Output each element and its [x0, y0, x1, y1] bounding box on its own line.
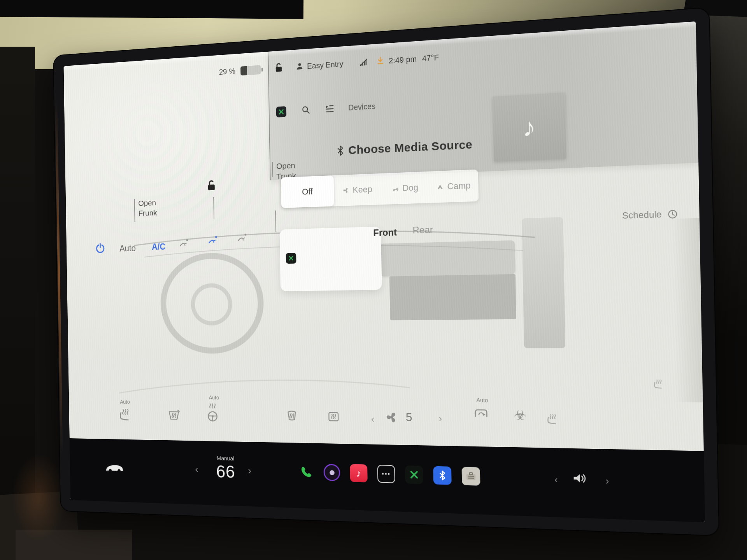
battery-percent: 29 %	[219, 67, 235, 77]
volume-up-button[interactable]: ›	[605, 476, 609, 486]
screen: Devices Choose Media Source ♪ 29 %	[64, 21, 705, 522]
keep-option-keep-label: Keep	[352, 184, 372, 195]
software-update-icon[interactable]	[375, 56, 385, 68]
phone-app-icon[interactable]	[297, 463, 314, 481]
vent-face-feet-icon[interactable]	[207, 235, 218, 247]
ac-button[interactable]: A/C	[152, 242, 166, 252]
battery-tip	[261, 68, 263, 72]
outside-temp: 47°F	[422, 53, 439, 63]
recirc-auto-label: Auto	[476, 397, 488, 404]
schedule-label: Schedule	[622, 209, 662, 221]
app-dock: ♪ •••	[297, 463, 480, 486]
fan-speed-value: 5	[406, 410, 412, 424]
more-apps-button[interactable]: •••	[377, 465, 395, 483]
bluetooth-app-icon[interactable]	[433, 466, 451, 485]
clock-icon	[667, 208, 679, 220]
bioweapon-defense-button[interactable]: ☣	[514, 407, 526, 423]
seat-heater-right-button[interactable]	[545, 412, 559, 428]
music-app-icon[interactable]: ♪	[350, 464, 368, 482]
driver-profile[interactable]: Easy Entry	[307, 60, 343, 71]
seat-heater-auto-label: Auto	[120, 399, 130, 405]
volume-speaker-icon[interactable]	[572, 471, 588, 487]
open-trunk-line1: Open	[276, 160, 296, 172]
lock-open-icon[interactable]	[273, 62, 284, 75]
cabin-temp-value: 66	[208, 461, 244, 482]
keep-option-dog[interactable]: Dog	[381, 172, 429, 205]
dog-icon	[392, 185, 399, 192]
launcher-bar: ‹ Manual 66 › ♪ •••	[70, 438, 705, 522]
temp-up-button[interactable]: ›	[248, 466, 251, 476]
dash-popup-card	[279, 226, 382, 291]
tesla-touchscreen: Devices Choose Media Source ♪ 29 %	[54, 8, 719, 536]
keep-option-off-label: Off	[302, 187, 313, 197]
music-note-icon: ♪	[356, 467, 361, 479]
wiper-defrost-button[interactable]	[167, 408, 181, 424]
battery-fill	[240, 66, 247, 75]
top-shelf	[0, 0, 303, 19]
recirculation-button[interactable]	[473, 406, 490, 422]
profile-icon	[295, 61, 304, 73]
volume-down-button[interactable]: ‹	[554, 475, 558, 485]
climate-auto-button[interactable]: Auto	[119, 243, 136, 254]
keep-option-dog-label: Dog	[402, 182, 418, 193]
keep-option-off[interactable]: Off	[281, 175, 334, 208]
ellipsis-icon: •••	[382, 470, 391, 478]
keep-option-camp[interactable]: Camp	[429, 170, 479, 203]
keep-option-camp-label: Camp	[447, 180, 470, 192]
tab-front[interactable]: Front	[373, 227, 397, 238]
toybox-app-icon[interactable]	[461, 467, 480, 485]
climate-power-button[interactable]	[95, 242, 106, 256]
fan-speed-icon	[385, 410, 399, 426]
no-signal-icon	[359, 58, 368, 69]
lens-dot	[330, 470, 335, 475]
temp-down-button[interactable]: ‹	[195, 464, 198, 474]
schedule-button[interactable]: Schedule	[622, 208, 679, 221]
wheel-heater-auto-label: Auto	[209, 394, 219, 401]
bezel-reflection	[55, 99, 63, 454]
photo-scene: Devices Choose Media Source ♪ 29 %	[0, 0, 747, 560]
open-frunk-button[interactable]: Open Frunk	[138, 198, 157, 218]
vent-feet-icon[interactable]	[237, 233, 248, 244]
shuffle-app-icon[interactable]	[405, 466, 423, 484]
rear-defrost-button[interactable]	[326, 410, 341, 425]
fan-speed-up-button[interactable]: ›	[438, 413, 442, 424]
keep-option-keep[interactable]: Keep	[333, 173, 381, 206]
fan-icon	[342, 187, 349, 194]
battery-icon	[240, 65, 261, 75]
car-controls-button[interactable]	[105, 462, 124, 475]
open-frunk-line1: Open	[138, 198, 157, 208]
front-defrost-button[interactable]	[285, 410, 299, 425]
open-frunk-line2: Frunk	[139, 208, 157, 218]
clock-time: 2:49 pm	[389, 54, 417, 65]
seat-heater-left-button[interactable]	[117, 407, 132, 424]
climate-panel: Devices Choose Media Source ♪ 29 %	[64, 21, 704, 451]
cabin-temp-control[interactable]: Manual 66	[208, 455, 244, 482]
fan-speed-down-button[interactable]: ‹	[371, 414, 375, 424]
now-playing-mini-icon	[286, 253, 296, 264]
dashcam-app-icon[interactable]	[323, 464, 340, 481]
tab-rear[interactable]: Rear	[412, 224, 433, 236]
vent-face-icon[interactable]	[179, 238, 189, 250]
passenger-seat-heater-icon[interactable]	[652, 378, 664, 392]
tent-icon	[437, 183, 444, 191]
steering-wheel-heater-button[interactable]	[205, 403, 220, 424]
unlocked-icon[interactable]	[205, 179, 217, 193]
